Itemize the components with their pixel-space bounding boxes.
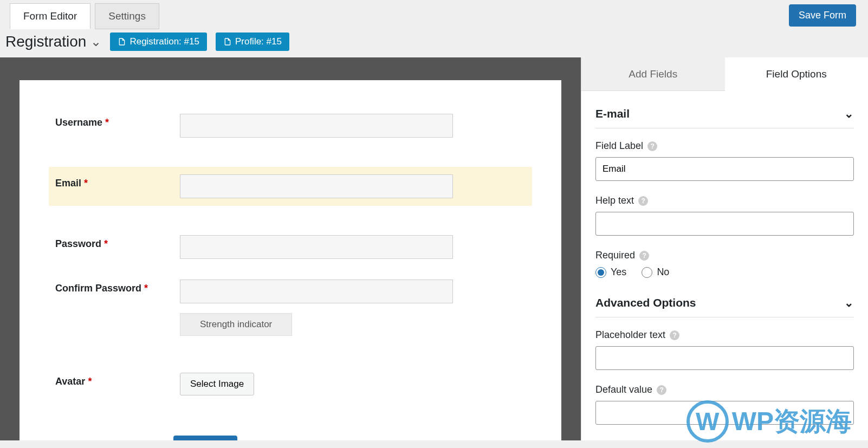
option-label: Required ? — [595, 250, 854, 261]
option-help-text: Help text ? — [595, 195, 854, 236]
field-row-password[interactable]: Password * — [49, 228, 532, 267]
help-icon[interactable]: ? — [657, 385, 666, 395]
field-label: Confirm Password * — [55, 280, 180, 294]
save-form-button[interactable]: Save Form — [789, 4, 856, 27]
option-label: Placeholder text ? — [595, 329, 854, 341]
page-icon — [118, 37, 126, 46]
field-input-wrap — [180, 174, 526, 198]
sidebar-body: E-mail ⌄ Field Label ? Help text ? — [581, 91, 868, 440]
field-label: Email * — [55, 174, 180, 189]
pill-label: Profile: #15 — [235, 36, 282, 47]
main-tabs: Form Editor Settings — [10, 3, 159, 29]
section-head-email[interactable]: E-mail ⌄ — [595, 103, 854, 128]
pill-profile[interactable]: Profile: #15 — [216, 33, 289, 51]
form-editor-canvas: Username * Email * Password * Confirm Pa… — [0, 57, 581, 440]
password-input[interactable] — [180, 235, 453, 259]
chevron-down-icon: ⌄ — [844, 107, 854, 120]
help-icon[interactable]: ? — [638, 196, 648, 206]
help-icon[interactable]: ? — [647, 141, 657, 151]
chevron-down-icon: ⌄ — [90, 34, 101, 49]
tab-add-fields[interactable]: Add Fields — [581, 57, 725, 91]
required-star: * — [88, 376, 92, 387]
option-label: Field Label ? — [595, 140, 854, 152]
option-field-label: Field Label ? — [595, 140, 854, 181]
field-row-email[interactable]: Email * — [49, 167, 532, 206]
required-star: * — [104, 238, 108, 249]
section-head-advanced[interactable]: Advanced Options ⌄ — [595, 292, 854, 317]
help-text-input[interactable] — [595, 212, 854, 236]
option-placeholder: Placeholder text ? — [595, 329, 854, 370]
help-icon[interactable]: ? — [670, 330, 679, 340]
required-star: * — [144, 283, 148, 294]
select-image-button[interactable]: Select Image — [180, 373, 254, 395]
help-icon[interactable]: ? — [639, 251, 649, 261]
topbar: Form Editor Settings Save Form — [0, 0, 868, 31]
form-card: Username * Email * Password * Confirm Pa… — [20, 80, 561, 440]
main-area: Username * Email * Password * Confirm Pa… — [0, 57, 868, 440]
field-input-wrap — [180, 114, 526, 138]
section-title: E-mail — [595, 107, 630, 120]
field-label: Avatar * — [55, 373, 180, 387]
pill-label: Registration: #15 — [129, 36, 199, 47]
radio-yes-input[interactable] — [595, 267, 606, 278]
default-value-input[interactable] — [595, 401, 854, 425]
tab-settings[interactable]: Settings — [95, 3, 159, 29]
email-input[interactable] — [180, 174, 453, 198]
required-star: * — [105, 117, 109, 128]
field-label-input[interactable] — [595, 157, 854, 181]
radio-no-input[interactable] — [642, 267, 652, 278]
radio-yes[interactable]: Yes — [595, 267, 626, 278]
strength-indicator: Strength indicator — [180, 313, 292, 336]
field-label: Password * — [55, 235, 180, 250]
field-label: Username * — [55, 114, 180, 128]
field-input-wrap: Select Image — [180, 373, 526, 395]
required-radios: Yes No — [595, 267, 854, 278]
username-input[interactable] — [180, 114, 453, 138]
confirm-password-input[interactable] — [180, 280, 453, 303]
section-title: Advanced Options — [595, 296, 696, 309]
page-icon — [223, 37, 232, 46]
option-label: Default value ? — [595, 384, 854, 395]
field-row-confirm-password[interactable]: Confirm Password * Strength indicator — [49, 272, 532, 343]
field-row-username[interactable]: Username * — [49, 106, 532, 145]
field-input-wrap: Strength indicator — [180, 280, 526, 336]
sidebar: Add Fields Field Options E-mail ⌄ Field … — [581, 57, 868, 440]
pill-registration[interactable]: Registration: #15 — [110, 33, 207, 51]
tab-form-editor[interactable]: Form Editor — [10, 3, 90, 29]
form-title-dropdown[interactable]: Registration ⌄ — [5, 33, 101, 50]
option-label: Help text ? — [595, 195, 854, 206]
placeholder-input[interactable] — [595, 346, 854, 370]
form-title-text: Registration — [5, 33, 86, 50]
required-star: * — [84, 178, 88, 189]
tab-field-options[interactable]: Field Options — [725, 57, 869, 91]
chevron-down-icon: ⌄ — [844, 296, 854, 309]
field-row-avatar[interactable]: Avatar * Select Image — [49, 365, 532, 403]
option-default-value: Default value ? — [595, 384, 854, 425]
field-input-wrap — [180, 235, 526, 259]
radio-no[interactable]: No — [642, 267, 669, 278]
subbar: Registration ⌄ Registration: #15 Profile… — [0, 31, 868, 57]
sidebar-tabs: Add Fields Field Options — [581, 57, 868, 91]
option-required: Required ? Yes No — [595, 250, 854, 278]
submit-button[interactable]: Submit — [173, 436, 237, 440]
